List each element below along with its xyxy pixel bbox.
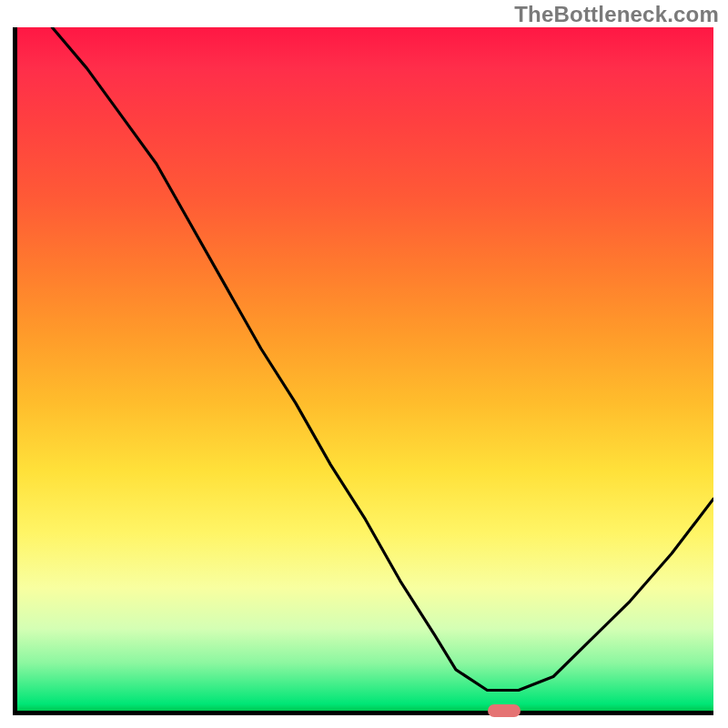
minimum-marker [488,704,521,717]
chart-container: TheBottleneck.com [0,0,728,728]
bottleneck-curve [17,27,713,711]
plot-area [13,27,713,715]
curve-path [52,27,713,691]
watermark-text: TheBottleneck.com [514,2,719,27]
